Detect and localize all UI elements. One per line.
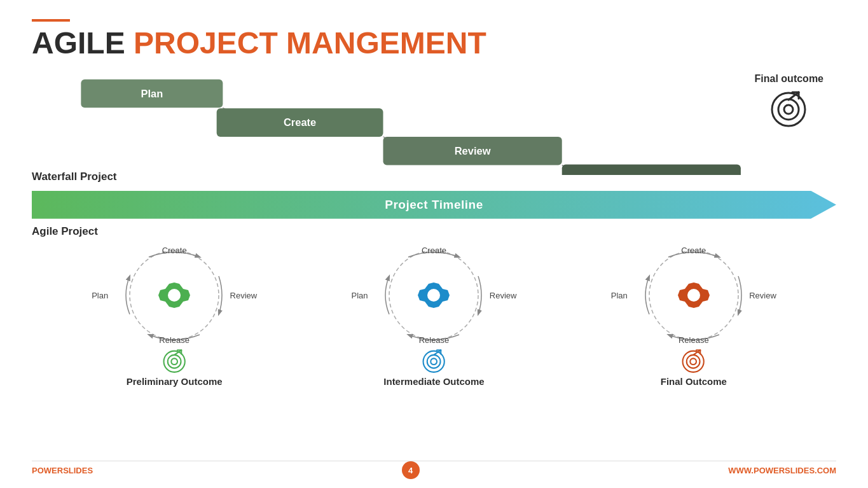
footer: POWERSLIDES 4 WWW.POWERSLIDES.COM — [32, 461, 836, 479]
gear-icon-green — [152, 273, 196, 317]
final-outcome-top-label: Final outcome — [755, 73, 823, 85]
svg-point-23 — [171, 358, 177, 365]
target-icon-top — [768, 87, 809, 129]
svg-point-12 — [772, 93, 805, 126]
target-icon-2 — [420, 346, 448, 375]
waterfall-section: Plan Create Review Release Final — [32, 73, 836, 191]
svg-text:Review: Review — [455, 145, 491, 157]
svg-point-13 — [778, 99, 799, 120]
target-icon-1 — [160, 346, 189, 375]
svg-point-40 — [687, 355, 700, 368]
page-number: 4 — [402, 461, 420, 479]
cycle-diagram-2: Create Plan Review Release — [357, 244, 510, 346]
footer-brand-black: POWER — [32, 466, 63, 475]
target-icon-3 — [679, 346, 708, 375]
footer-url: WWW.POWERSLIDES.COM — [728, 466, 836, 475]
cycle2-create-label: Create — [422, 246, 446, 255]
svg-line-8 — [562, 165, 574, 171]
cycle3-release-label: Release — [679, 335, 709, 345]
cycle-preliminary: Create Plan Review Release — [72, 244, 276, 387]
cycle-diagram-1: Create Plan Review Release — [98, 244, 251, 346]
svg-point-32 — [431, 358, 437, 365]
svg-text:Create: Create — [284, 116, 316, 128]
header-accent — [32, 19, 70, 22]
cycle3-plan-label: Plan — [611, 290, 628, 300]
svg-rect-6 — [383, 137, 562, 165]
svg-point-22 — [167, 355, 181, 368]
waterfall-diagram: Plan Create Review Release — [32, 73, 836, 175]
svg-text:Plan: Plan — [141, 88, 163, 99]
outcome-label-3: Final Outcome — [661, 376, 727, 387]
svg-rect-0 — [81, 79, 223, 108]
cycle-final: Create Plan Review Release Fi — [592, 244, 796, 387]
final-outcome-top: Final outcome — [755, 73, 823, 129]
timeline-arrow: Project Timeline — [32, 191, 836, 219]
title-black: AGILE — [32, 26, 134, 60]
cycle1-create-label: Create — [162, 246, 187, 255]
cycle3-review-label: Review — [749, 290, 776, 300]
svg-point-31 — [427, 355, 441, 368]
footer-brand: POWERSLIDES — [32, 466, 93, 475]
cycle1-review-label: Review — [230, 290, 258, 300]
svg-text:Release: Release — [631, 172, 671, 174]
cycle1-plan-label: Plan — [92, 290, 108, 300]
timeline-label: Project Timeline — [385, 198, 483, 212]
outcome-label-1: Preliminary Outcome — [127, 376, 223, 387]
gear-icon-orange — [672, 273, 716, 317]
agile-label: Agile Project — [32, 225, 836, 238]
svg-point-20 — [168, 289, 181, 302]
gear-icon-blue — [411, 273, 456, 317]
outcome-label-2: Intermediate Outcome — [383, 376, 484, 387]
page: AGILE PROJECT MANGEMENT Plan Create Revi… — [0, 0, 868, 488]
cycle2-review-label: Review — [490, 290, 517, 300]
svg-line-5 — [383, 137, 396, 143]
waterfall-label: Waterfall Project — [32, 171, 117, 183]
agile-cycles: Create Plan Review Release — [32, 244, 836, 387]
cycle3-create-label: Create — [681, 246, 706, 255]
page-title: AGILE PROJECT MANGEMENT — [32, 27, 836, 60]
svg-rect-9 — [562, 164, 741, 174]
cycle2-release-label: Release — [419, 335, 450, 345]
cycle1-release-label: Release — [159, 335, 189, 345]
cycle-intermediate: Create Plan Review Release In — [332, 244, 535, 387]
footer-brand-orange: SLIDES — [63, 466, 93, 475]
svg-rect-3 — [217, 108, 383, 137]
svg-point-41 — [691, 358, 697, 365]
svg-point-14 — [784, 105, 793, 114]
cycle-diagram-3: Create Plan Review Release — [617, 244, 770, 346]
svg-point-29 — [427, 289, 440, 302]
cycle2-plan-label: Plan — [351, 290, 368, 300]
svg-point-38 — [687, 289, 700, 302]
svg-line-2 — [223, 108, 235, 115]
timeline-section: Project Timeline — [32, 191, 836, 219]
title-orange: PROJECT MANGEMENT — [134, 26, 486, 60]
